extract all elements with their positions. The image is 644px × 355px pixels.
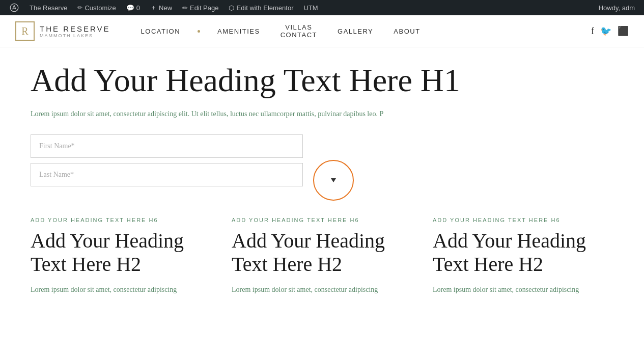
page-heading: Add Your Heading Text Here H1 xyxy=(31,63,613,98)
plus-icon: ＋ xyxy=(150,3,157,12)
card-2-heading: Add Your Heading Text Here H2 xyxy=(232,229,412,276)
wp-logo-button[interactable] xyxy=(4,0,24,15)
social-icons: f 🐦 ⬛ xyxy=(591,25,629,37)
comments-button[interactable]: 💬 0 xyxy=(121,0,145,15)
utm-label: UTM xyxy=(303,4,318,12)
site-logo[interactable]: R THE RESERVE MAMMOTH LAKES xyxy=(15,21,110,41)
nav-location[interactable]: LOCATION xyxy=(131,23,191,39)
edit-icon: ✏ xyxy=(182,4,188,12)
instagram-icon[interactable]: ⬛ xyxy=(618,25,629,37)
logo-letter: R xyxy=(21,25,28,37)
nav-amenities[interactable]: AMENITIES xyxy=(207,23,270,39)
card-3-heading: Add Your Heading Text Here H2 xyxy=(433,229,613,276)
logo-box: R xyxy=(15,21,35,41)
card-2: ADD YOUR HEADING TEXT HERE H6 Add Your H… xyxy=(232,217,412,295)
nav-gallery[interactable]: GALLERY xyxy=(327,23,383,39)
elementor-icon: ⬡ xyxy=(229,4,234,12)
nav-about[interactable]: ABOUT xyxy=(383,23,430,39)
main-content: Add Your Heading Text Here H1 Lorem ipsu… xyxy=(0,47,644,311)
comment-icon: 💬 xyxy=(126,4,134,12)
utm-button[interactable]: UTM xyxy=(298,0,323,15)
twitter-icon[interactable]: 🐦 xyxy=(600,25,611,37)
site-name-button[interactable]: The Reserve xyxy=(24,0,72,15)
site-header: R THE RESERVE MAMMOTH LAKES LOCATION AME… xyxy=(0,15,644,47)
card-2-label: ADD YOUR HEADING TEXT HERE H6 xyxy=(232,217,412,223)
card-1-label: ADD YOUR HEADING TEXT HERE H6 xyxy=(31,217,211,223)
cards-section: ADD YOUR HEADING TEXT HERE H6 Add Your H… xyxy=(31,217,613,295)
edit-elementor-button[interactable]: ⬡ Edit with Elementor xyxy=(223,0,298,15)
cursor-indicator xyxy=(313,160,354,201)
customize-button[interactable]: ✏ Customize xyxy=(72,0,121,15)
logo-text: THE RESERVE MAMMOTH LAKES xyxy=(40,24,110,38)
first-name-input[interactable] xyxy=(31,134,303,158)
customize-icon: ✏ xyxy=(77,4,82,11)
card-3-label: ADD YOUR HEADING TEXT HERE H6 xyxy=(433,217,613,223)
edit-page-button[interactable]: ✏ Edit Page xyxy=(177,0,223,15)
howdy-text: Howdy, adm xyxy=(599,4,640,12)
logo-subtitle: MAMMOTH LAKES xyxy=(40,33,110,38)
nav-contact: CONTACT xyxy=(281,31,317,39)
card-1-heading: Add Your Heading Text Here H2 xyxy=(31,229,211,276)
site-nav: LOCATION AMENITIES VILLAS CONTACT GALLER… xyxy=(131,21,591,41)
admin-bar: The Reserve ✏ Customize 💬 0 ＋ New ✏ Edit… xyxy=(0,0,644,15)
customize-label: Customize xyxy=(85,4,116,12)
nav-villas-contact[interactable]: VILLAS CONTACT xyxy=(270,21,327,41)
cursor-arrow xyxy=(331,178,336,182)
edit-elementor-label: Edit with Elementor xyxy=(236,4,293,12)
facebook-icon[interactable]: f xyxy=(591,26,594,37)
new-button[interactable]: ＋ New xyxy=(145,0,177,15)
last-name-input[interactable] xyxy=(31,163,303,186)
site-name-label: The Reserve xyxy=(30,4,67,12)
nav-dot-1 xyxy=(198,30,200,33)
new-label: New xyxy=(159,4,172,12)
card-1-text: Lorem ipsum dolor sit amet, consectetur … xyxy=(31,284,211,295)
comments-count: 0 xyxy=(136,4,140,12)
logo-title: THE RESERVE xyxy=(40,24,110,33)
card-1: ADD YOUR HEADING TEXT HERE H6 Add Your H… xyxy=(31,217,211,295)
nav-villas: VILLAS xyxy=(285,23,312,31)
edit-page-label: Edit Page xyxy=(190,4,218,12)
card-3: ADD YOUR HEADING TEXT HERE H6 Add Your H… xyxy=(433,217,613,295)
page-description: Lorem ipsum dolor sit amet, consectetur … xyxy=(31,108,438,120)
form-section xyxy=(31,134,303,186)
card-3-text: Lorem ipsum dolor sit amet, consectetur … xyxy=(433,284,613,295)
card-2-text: Lorem ipsum dolor sit amet, consectetur … xyxy=(232,284,412,295)
